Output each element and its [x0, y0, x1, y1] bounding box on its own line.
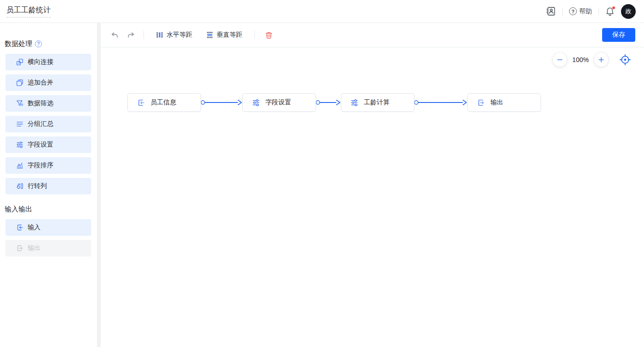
help-button[interactable]: ? 帮助	[569, 7, 592, 16]
flow-area[interactable]: 员工信息 字段设置	[101, 47, 644, 347]
output-icon	[16, 245, 23, 252]
undo-button[interactable]	[110, 31, 119, 39]
delete-node-button[interactable]	[265, 31, 273, 39]
divider	[562, 8, 563, 15]
flow-node-label: 输出	[490, 98, 503, 107]
locate-center-icon[interactable]	[619, 54, 631, 66]
horizontal-spacing-label: 水平等距	[167, 31, 192, 39]
app-header: 员工工龄统计 ? 帮助 政	[0, 0, 644, 23]
flow-node-label: 字段设置	[265, 98, 291, 107]
divider	[144, 31, 144, 39]
connection-line[interactable]	[201, 100, 242, 105]
flow-node-label: 员工信息	[150, 98, 176, 107]
help-label: 帮助	[579, 7, 592, 16]
header-actions: ? 帮助 政	[546, 4, 636, 19]
sidebar: 数据处理 ? 横向连接 追加合并	[0, 23, 97, 347]
vertical-spacing-label: 垂直等距	[217, 31, 242, 39]
input-icon	[137, 99, 145, 107]
section-title: 数据处理	[5, 40, 32, 48]
sidebar-item-label: 输入	[28, 223, 40, 232]
divider	[598, 8, 599, 15]
sidebar-item-field-sort[interactable]: 字段排序	[6, 157, 91, 174]
flow-toolbar: 水平等距 垂直等距 保存	[101, 23, 644, 47]
field-settings-icon	[16, 141, 23, 148]
zoom-level: 100%	[570, 56, 591, 63]
sidebar-item-label: 追加合并	[28, 79, 53, 87]
flow-node-field-settings[interactable]: 字段设置	[242, 93, 316, 112]
zoom-in-button[interactable]	[594, 53, 608, 67]
divider	[254, 31, 255, 39]
append-merge-icon	[16, 79, 23, 86]
sidebar-item-label: 字段设置	[28, 141, 53, 149]
sidebar-section-input-output: 输入输出	[5, 205, 97, 214]
sidebar-item-label: 行转列	[28, 182, 47, 190]
field-sort-icon	[16, 162, 23, 169]
redo-button[interactable]	[127, 31, 135, 39]
field-settings-icon	[351, 99, 358, 107]
flow-connections	[101, 47, 644, 347]
output-icon	[477, 99, 485, 107]
group-summary-icon	[16, 120, 23, 128]
field-settings-icon	[252, 99, 260, 107]
avatar[interactable]: 政	[621, 4, 636, 19]
zoom-out-button[interactable]	[553, 53, 567, 67]
sidebar-item-label: 横向连接	[28, 58, 53, 66]
vertical-spacing-button[interactable]: 垂直等距	[206, 31, 242, 39]
sidebar-item-label: 分组汇总	[28, 120, 53, 128]
sidebar-scrollbar-gutter[interactable]	[97, 23, 101, 347]
connection-line[interactable]	[316, 100, 340, 105]
section-help-icon[interactable]: ?	[35, 40, 42, 47]
row-to-column-icon	[16, 182, 23, 190]
horizontal-join-icon	[16, 58, 23, 66]
sidebar-item-label: 字段排序	[28, 161, 53, 170]
notification-badge	[612, 6, 615, 10]
filter-icon	[16, 100, 23, 107]
sidebar-item-row-to-column[interactable]: 行转列	[6, 178, 91, 194]
sidebar-item-input[interactable]: 输入	[6, 219, 91, 236]
page-title[interactable]: 员工工龄统计	[6, 6, 51, 17]
flow-canvas: 水平等距 垂直等距 保存	[101, 23, 644, 347]
sidebar-item-data-filter[interactable]: 数据筛选	[6, 95, 91, 112]
section-title: 输入输出	[5, 205, 32, 214]
horizontal-spacing-icon	[156, 31, 163, 39]
horizontal-spacing-button[interactable]: 水平等距	[156, 31, 192, 39]
sidebar-item-label: 输出	[28, 244, 40, 252]
zoom-controls: 100%	[553, 53, 631, 67]
flow-node-label: 工龄计算	[364, 98, 390, 107]
input-icon	[16, 224, 23, 231]
sidebar-item-group-summary[interactable]: 分组汇总	[6, 116, 91, 132]
main-layout: 数据处理 ? 横向连接 追加合并	[0, 23, 644, 347]
connection-line[interactable]	[414, 100, 466, 105]
flow-node-employee-info[interactable]: 员工信息	[127, 93, 201, 112]
sidebar-item-output: 输出	[6, 240, 91, 256]
flow-node-seniority-calc[interactable]: 工龄计算	[341, 93, 414, 112]
sidebar-item-field-settings[interactable]: 字段设置	[6, 137, 91, 153]
sidebar-item-label: 数据筛选	[28, 99, 53, 108]
vertical-spacing-icon	[206, 31, 213, 39]
notification-bell-icon[interactable]	[605, 7, 615, 16]
contacts-book-icon[interactable]	[546, 6, 556, 16]
flow-node-output[interactable]: 输出	[467, 93, 541, 112]
help-icon: ?	[569, 7, 577, 15]
sidebar-item-append-merge[interactable]: 追加合并	[6, 74, 91, 91]
save-button[interactable]: 保存	[602, 28, 635, 42]
sidebar-section-data-processing: 数据处理 ?	[5, 40, 97, 48]
sidebar-item-horizontal-join[interactable]: 横向连接	[6, 54, 91, 70]
